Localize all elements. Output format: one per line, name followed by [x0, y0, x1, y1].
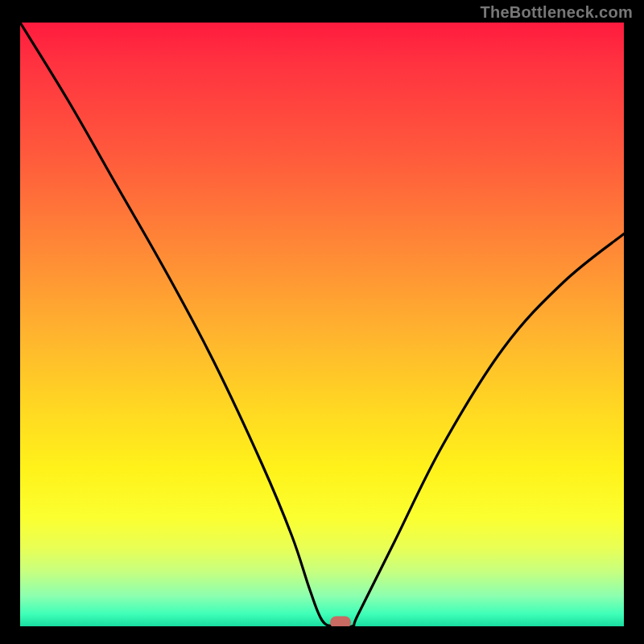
chart-frame: TheBottleneck.com	[0, 0, 644, 644]
minimum-marker	[330, 617, 351, 627]
bottleneck-curve	[20, 23, 624, 626]
watermark-text: TheBottleneck.com	[480, 3, 633, 22]
plot-area	[20, 23, 624, 626]
